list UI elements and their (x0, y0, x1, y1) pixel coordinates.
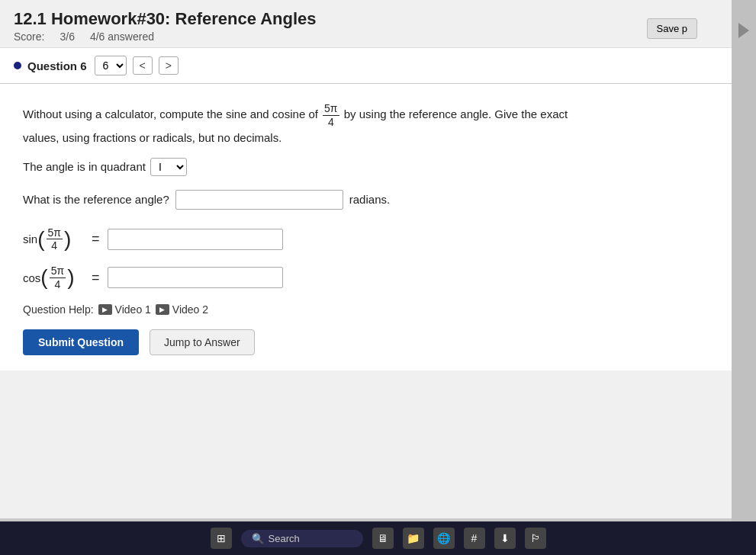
cos-label: cos ( 5π 4 ) (23, 265, 84, 291)
quadrant-select[interactable]: I II III IV (150, 158, 187, 176)
page-title: 12.1 Homework#30: Reference Angles (14, 9, 719, 29)
sin-equals: = (92, 231, 100, 247)
close-paren-cos: ) (67, 267, 74, 288)
windows-start-button[interactable]: ⊞ (211, 528, 232, 549)
radians-label: radians. (349, 193, 390, 206)
cos-input[interactable] (108, 267, 283, 288)
next-question-button[interactable]: > (159, 56, 179, 75)
score-value: 3/6 (60, 30, 74, 43)
values-text: values, using fractions or radicals, but… (23, 131, 281, 144)
taskbar-search-bar[interactable]: 🔍 Search (241, 530, 363, 547)
question-label: Question 6 (27, 59, 87, 72)
reference-angle-input[interactable] (175, 190, 343, 210)
search-label: Search (269, 533, 300, 544)
taskbar-icon-4[interactable]: # (464, 528, 485, 549)
sin-fraction-den: 4 (50, 239, 59, 252)
header: 12.1 Homework#30: Reference Angles Score… (0, 0, 732, 48)
quadrant-line: The angle is in quadrant I II III IV (23, 158, 709, 176)
video1-link[interactable]: ▶ Video 1 (98, 303, 151, 316)
cos-equals: = (92, 270, 100, 286)
question-dot (14, 62, 21, 69)
panel-right-edge (732, 0, 756, 555)
chevron-right-icon (738, 23, 749, 38)
reference-angle-label: What is the reference angle? (23, 193, 169, 206)
question-dropdown[interactable]: 6 (95, 56, 127, 75)
taskbar-icon-6[interactable]: 🏳 (525, 528, 546, 549)
sin-row: sin ( 5π 4 ) = (23, 226, 709, 253)
video1-label: Video 1 (115, 303, 151, 316)
video1-icon: ▶ (98, 304, 112, 315)
taskbar-icon-2[interactable]: 📁 (403, 528, 424, 549)
quadrant-text: The angle is in quadrant (23, 160, 146, 173)
video2-link[interactable]: ▶ Video 2 (156, 303, 208, 316)
sin-input[interactable] (108, 229, 283, 250)
fraction-denominator: 4 (327, 116, 336, 129)
cos-fraction-num: 5π (50, 265, 66, 278)
video2-icon: ▶ (156, 304, 169, 315)
taskbar-icon-5[interactable]: ⬇ (494, 528, 516, 549)
main-panel: 12.1 Homework#30: Reference Angles Score… (0, 0, 732, 518)
problem-statement: Without using a calculator, compute the … (23, 102, 709, 147)
after-fraction-text: by using the reference angle. Give the e… (344, 107, 568, 120)
score-label: Score: (14, 30, 44, 43)
taskbar: ⊞ 🔍 Search 🖥 📁 🌐 # ⬇ 🏳 (0, 521, 756, 555)
fraction-5pi-4: 5π 4 (323, 102, 339, 129)
submit-question-button[interactable]: Submit Question (23, 329, 139, 355)
score-line: Score: 3/6 4/6 answered (14, 30, 719, 43)
taskbar-icon-3[interactable]: 🌐 (433, 528, 455, 549)
fraction-numerator: 5π (323, 102, 339, 116)
content-area: Without using a calculator, compute the … (0, 84, 732, 371)
cos-fraction: 5π 4 (50, 265, 66, 291)
cos-fraction-den: 4 (53, 278, 63, 291)
button-row: Submit Question Jump to Answer (23, 329, 709, 355)
sin-fraction-num: 5π (47, 226, 63, 240)
reference-angle-line: What is the reference angle? radians. (23, 190, 709, 210)
cos-row: cos ( 5π 4 ) = (23, 265, 709, 291)
close-paren-sin: ) (64, 229, 71, 250)
help-section: Question Help: ▶ Video 1 ▶ Video 2 (23, 303, 709, 316)
video2-label: Video 2 (172, 303, 208, 316)
intro-text: Without using a calculator, compute the … (23, 107, 318, 120)
open-paren-cos: ( (40, 267, 47, 288)
jump-to-answer-button[interactable]: Jump to Answer (150, 329, 255, 355)
answered-label: 4/6 answered (90, 30, 154, 43)
taskbar-icon-1[interactable]: 🖥 (372, 528, 394, 549)
save-button[interactable]: Save p (647, 18, 697, 39)
open-paren-sin: ( (37, 229, 44, 250)
prev-question-button[interactable]: < (133, 56, 153, 75)
question-nav: Question 6 6 < > (0, 48, 732, 84)
sin-fraction: 5π 4 (47, 226, 63, 253)
sin-label: sin ( 5π 4 ) (23, 226, 84, 253)
help-label: Question Help: (23, 303, 94, 316)
search-icon: 🔍 (252, 533, 264, 544)
